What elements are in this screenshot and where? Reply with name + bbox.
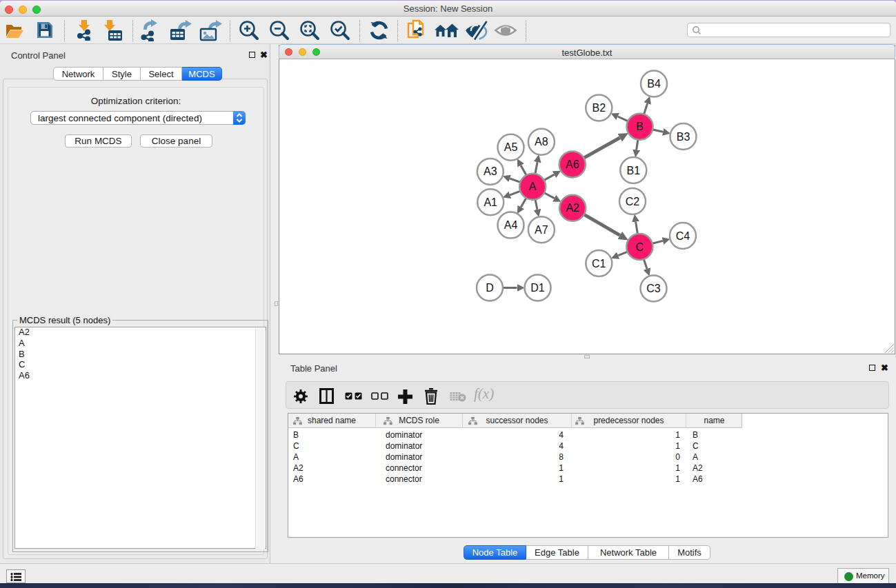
svg-text:A: A <box>529 181 537 192</box>
svg-text:C1: C1 <box>592 258 606 270</box>
svg-text:A7: A7 <box>535 224 548 236</box>
svg-text:B2: B2 <box>593 102 606 114</box>
svg-text:C4: C4 <box>676 230 690 242</box>
svg-text:A4: A4 <box>504 219 518 231</box>
svg-text:A3: A3 <box>484 165 497 177</box>
svg-text:A8: A8 <box>535 136 548 148</box>
svg-text:C: C <box>636 241 644 253</box>
svg-text:C3: C3 <box>646 283 661 294</box>
svg-text:C2: C2 <box>626 196 640 207</box>
svg-text:D: D <box>486 282 494 294</box>
svg-text:B4: B4 <box>647 78 661 90</box>
svg-text:D1: D1 <box>530 282 545 294</box>
svg-text:A5: A5 <box>504 141 518 153</box>
svg-text:A6: A6 <box>566 159 579 170</box>
svg-text:A1: A1 <box>484 196 497 208</box>
svg-text:B1: B1 <box>627 165 641 176</box>
svg-text:B: B <box>636 121 644 132</box>
svg-text:A2: A2 <box>566 202 579 214</box>
svg-text:B3: B3 <box>677 131 690 143</box>
